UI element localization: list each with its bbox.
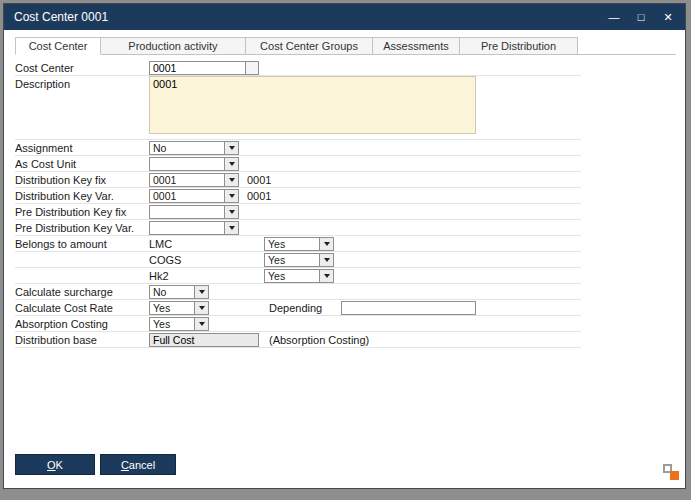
window-controls: — □ ✕ [607, 10, 675, 24]
cost-center-window: Cost Center 0001 — □ ✕ Cost Center Produ… [3, 3, 686, 489]
titlebar[interactable]: Cost Center 0001 — □ ✕ [4, 4, 685, 30]
button-row: OK Cancel [15, 454, 176, 475]
tab-cost-center-groups[interactable]: Cost Center Groups [245, 37, 373, 54]
chevron-down-icon[interactable] [224, 174, 238, 186]
chevron-down-icon[interactable] [224, 158, 238, 170]
distribution-key-var-description: 0001 [247, 190, 271, 202]
chevron-down-icon[interactable] [224, 206, 238, 218]
distribution-key-fix-value: 0001 [150, 174, 224, 186]
pre-distribution-key-fix-value [150, 206, 224, 218]
lmc-dropdown[interactable]: Yes [264, 237, 334, 251]
assignment-dropdown[interactable]: No [149, 141, 239, 155]
distribution-key-var-dropdown[interactable]: 0001 [149, 189, 239, 203]
as-cost-unit-value [150, 158, 224, 170]
cost-center-field [149, 61, 259, 75]
distribution-base-row: Distribution base (Absorption Costing) [15, 332, 581, 348]
cogs-dropdown[interactable]: Yes [264, 253, 334, 267]
absorption-costing-value: Yes [150, 318, 194, 330]
calculate-surcharge-label: Calculate surcharge [15, 286, 149, 298]
calculate-cost-rate-dropdown[interactable]: Yes [149, 301, 209, 315]
distribution-key-fix-row: Distribution Key fix 0001 0001 [15, 172, 581, 188]
as-cost-unit-row: As Cost Unit [15, 156, 581, 172]
belongs-to-amount-lmc-row: Belongs to amount LMC Yes [15, 236, 581, 252]
hk2-dropdown[interactable]: Yes [264, 269, 334, 283]
assignment-row: Assignment No [15, 140, 581, 156]
depending-input[interactable] [341, 301, 476, 315]
chevron-down-icon[interactable] [319, 254, 333, 266]
chevron-down-icon[interactable] [319, 270, 333, 282]
absorption-costing-label: Absorption Costing [15, 318, 149, 330]
calculate-surcharge-dropdown[interactable]: No [149, 285, 209, 299]
hk2-label: Hk2 [149, 270, 264, 282]
chevron-down-icon[interactable] [224, 190, 238, 202]
pre-distribution-key-fix-row: Pre Distribution Key fix [15, 204, 581, 220]
tab-bar: Cost Center Production activity Cost Cen… [15, 36, 676, 55]
window-title: Cost Center 0001 [14, 10, 607, 24]
pre-distribution-key-fix-dropdown[interactable] [149, 205, 239, 219]
tab-cost-center[interactable]: Cost Center [15, 37, 101, 55]
as-cost-unit-label: As Cost Unit [15, 158, 149, 170]
calculate-cost-rate-row: Calculate Cost Rate Yes Depending [15, 300, 581, 316]
ok-button[interactable]: OK [15, 454, 95, 475]
cancel-button[interactable]: Cancel [100, 454, 176, 475]
belongs-to-amount-cogs-row: COGS Yes [15, 252, 581, 268]
belongs-to-amount-hk2-row: Hk2 Yes [15, 268, 581, 284]
distribution-key-fix-dropdown[interactable]: 0001 [149, 173, 239, 187]
distribution-base-description: (Absorption Costing) [269, 334, 369, 346]
form-settings-icon[interactable] [663, 464, 679, 480]
tab-pre-distribution[interactable]: Pre Distribution [459, 37, 578, 54]
description-textarea[interactable]: 0001 [149, 76, 476, 134]
grip-orange-square [670, 471, 679, 480]
hk2-value: Yes [265, 270, 319, 282]
cogs-value: Yes [265, 254, 319, 266]
cost-center-input[interactable] [149, 61, 246, 75]
belongs-to-amount-label: Belongs to amount [15, 238, 149, 250]
description-label: Description [15, 76, 149, 90]
close-icon[interactable]: ✕ [661, 10, 675, 24]
chevron-down-icon[interactable] [194, 302, 208, 314]
desktop-background: Cost Center 0001 — □ ✕ Cost Center Produ… [0, 0, 691, 500]
pre-distribution-key-var-dropdown[interactable] [149, 221, 239, 235]
calculate-surcharge-row: Calculate surcharge No [15, 284, 581, 300]
assignment-label: Assignment [15, 142, 149, 154]
calculate-surcharge-value: No [150, 286, 194, 298]
cost-center-label: Cost Center [15, 62, 149, 74]
distribution-base-input[interactable] [149, 333, 259, 347]
pre-distribution-key-var-row: Pre Distribution Key Var. [15, 220, 581, 236]
distribution-base-label: Distribution base [15, 334, 149, 346]
maximize-icon[interactable]: □ [634, 10, 648, 24]
cogs-label: COGS [149, 254, 264, 266]
description-row: Description 0001 [15, 76, 581, 140]
chevron-down-icon[interactable] [194, 286, 208, 298]
calculate-cost-rate-value: Yes [150, 302, 194, 314]
cost-center-row: Cost Center [15, 60, 581, 76]
tab-production-activity[interactable]: Production activity [100, 37, 246, 54]
pre-distribution-key-var-label: Pre Distribution Key Var. [15, 222, 149, 234]
distribution-key-fix-description: 0001 [247, 174, 271, 186]
absorption-costing-row: Absorption Costing Yes [15, 316, 581, 332]
chevron-down-icon[interactable] [319, 238, 333, 250]
cost-center-form: Cost Center Description 0001 Assignment … [15, 60, 581, 348]
distribution-key-var-value: 0001 [150, 190, 224, 202]
assignment-value: No [150, 142, 224, 154]
lmc-label: LMC [149, 238, 264, 250]
cost-center-picker-button[interactable] [246, 61, 259, 75]
calculate-cost-rate-label: Calculate Cost Rate [15, 302, 149, 314]
chevron-down-icon[interactable] [194, 318, 208, 330]
tab-assessments[interactable]: Assessments [372, 37, 460, 54]
depending-label: Depending [269, 302, 341, 314]
chevron-down-icon[interactable] [224, 222, 238, 234]
lmc-value: Yes [265, 238, 319, 250]
distribution-key-var-row: Distribution Key Var. 0001 0001 [15, 188, 581, 204]
minimize-icon[interactable]: — [607, 10, 621, 24]
pre-distribution-key-var-value [150, 222, 224, 234]
pre-distribution-key-fix-label: Pre Distribution Key fix [15, 206, 149, 218]
absorption-costing-dropdown[interactable]: Yes [149, 317, 209, 331]
distribution-key-fix-label: Distribution Key fix [15, 174, 149, 186]
distribution-key-var-label: Distribution Key Var. [15, 190, 149, 202]
chevron-down-icon[interactable] [224, 142, 238, 154]
as-cost-unit-dropdown[interactable] [149, 157, 239, 171]
